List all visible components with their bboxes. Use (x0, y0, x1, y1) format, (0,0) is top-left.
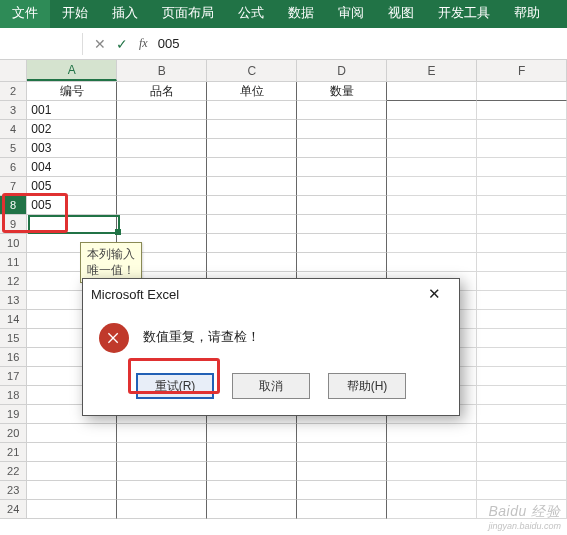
cell-E8[interactable] (387, 196, 477, 215)
ribbon-tab-layout[interactable]: 页面布局 (150, 0, 226, 28)
cell-B20[interactable] (117, 424, 207, 443)
row-head[interactable]: 9 (0, 215, 27, 234)
cell-F5[interactable] (477, 139, 567, 158)
ribbon-tab-home[interactable]: 开始 (50, 0, 100, 28)
cell-C21[interactable] (207, 443, 297, 462)
cell-E6[interactable] (387, 158, 477, 177)
cell-B9[interactable] (117, 215, 207, 234)
ribbon-tab-insert[interactable]: 插入 (100, 0, 150, 28)
cell-F23[interactable] (477, 481, 567, 500)
row-head[interactable]: 7 (0, 177, 27, 196)
cell-A21[interactable] (27, 443, 117, 462)
cell-E3[interactable] (387, 101, 477, 120)
cell-C24[interactable] (207, 500, 297, 519)
cell-C8[interactable] (207, 196, 297, 215)
cell-A22[interactable] (27, 462, 117, 481)
cell-F20[interactable] (477, 424, 567, 443)
cell-D21[interactable] (297, 443, 387, 462)
cell-F16[interactable] (477, 348, 567, 367)
row-head[interactable]: 20 (0, 424, 27, 443)
row-head[interactable]: 21 (0, 443, 27, 462)
cell-B5[interactable] (117, 139, 207, 158)
cell-F19[interactable] (477, 405, 567, 424)
row-head[interactable]: 8 (0, 196, 27, 215)
cell-B8[interactable] (117, 196, 207, 215)
col-head-C[interactable]: C (207, 60, 297, 81)
ribbon-tab-help[interactable]: 帮助 (502, 0, 552, 28)
cell-D9[interactable] (297, 215, 387, 234)
row-head[interactable]: 15 (0, 329, 27, 348)
cell-E21[interactable] (387, 443, 477, 462)
cell-C22[interactable] (207, 462, 297, 481)
col-head-E[interactable]: E (387, 60, 477, 81)
cell-F12[interactable] (477, 272, 567, 291)
cell-D8[interactable] (297, 196, 387, 215)
cell-E24[interactable] (387, 500, 477, 519)
cell-E5[interactable] (387, 139, 477, 158)
cell-D24[interactable] (297, 500, 387, 519)
row-head[interactable]: 22 (0, 462, 27, 481)
cell-C11[interactable] (207, 253, 297, 272)
cell-E20[interactable] (387, 424, 477, 443)
cell-B23[interactable] (117, 481, 207, 500)
row-head[interactable]: 19 (0, 405, 27, 424)
cell-D6[interactable] (297, 158, 387, 177)
cell-F3[interactable] (477, 101, 567, 120)
cell-A6[interactable]: 004 (27, 158, 117, 177)
col-head-B[interactable]: B (117, 60, 207, 81)
ribbon-tab-formulas[interactable]: 公式 (226, 0, 276, 28)
ribbon-tab-developer[interactable]: 开发工具 (426, 0, 502, 28)
cell-F22[interactable] (477, 462, 567, 481)
cell-D23[interactable] (297, 481, 387, 500)
cell-F21[interactable] (477, 443, 567, 462)
cell-D2[interactable]: 数量 (297, 82, 387, 101)
cell-A8[interactable]: 005 (27, 196, 117, 215)
cell-D5[interactable] (297, 139, 387, 158)
row-head[interactable]: 3 (0, 101, 27, 120)
row-head[interactable]: 13 (0, 291, 27, 310)
row-head[interactable]: 6 (0, 158, 27, 177)
retry-button[interactable]: 重试(R) (136, 373, 214, 399)
cell-A2[interactable]: 编号 (27, 82, 117, 101)
row-head[interactable]: 16 (0, 348, 27, 367)
cell-C6[interactable] (207, 158, 297, 177)
cell-F8[interactable] (477, 196, 567, 215)
cell-F4[interactable] (477, 120, 567, 139)
cell-D4[interactable] (297, 120, 387, 139)
row-head[interactable]: 23 (0, 481, 27, 500)
cell-F11[interactable] (477, 253, 567, 272)
cell-E23[interactable] (387, 481, 477, 500)
row-head[interactable]: 18 (0, 386, 27, 405)
ribbon-tab-review[interactable]: 审阅 (326, 0, 376, 28)
cell-F2[interactable] (477, 82, 567, 101)
cell-C7[interactable] (207, 177, 297, 196)
cell-D10[interactable] (297, 234, 387, 253)
cell-A3[interactable]: 001 (27, 101, 117, 120)
cell-F9[interactable] (477, 215, 567, 234)
cell-F18[interactable] (477, 386, 567, 405)
cell-F6[interactable] (477, 158, 567, 177)
cell-A23[interactable] (27, 481, 117, 500)
ribbon-tab-data[interactable]: 数据 (276, 0, 326, 28)
cell-E9[interactable] (387, 215, 477, 234)
row-head[interactable]: 11 (0, 253, 27, 272)
cell-C9[interactable] (207, 215, 297, 234)
cell-F14[interactable] (477, 310, 567, 329)
cell-A7[interactable]: 005 (27, 177, 117, 196)
cell-B22[interactable] (117, 462, 207, 481)
ribbon-tab-view[interactable]: 视图 (376, 0, 426, 28)
cell-C2[interactable]: 单位 (207, 82, 297, 101)
cell-B2[interactable]: 品名 (117, 82, 207, 101)
row-head[interactable]: 24 (0, 500, 27, 519)
col-head-D[interactable]: D (297, 60, 387, 81)
cell-F24[interactable] (477, 500, 567, 519)
cell-C3[interactable] (207, 101, 297, 120)
cell-C4[interactable] (207, 120, 297, 139)
cell-B4[interactable] (117, 120, 207, 139)
cell-F15[interactable] (477, 329, 567, 348)
help-button[interactable]: 帮助(H) (328, 373, 406, 399)
cell-D7[interactable] (297, 177, 387, 196)
cell-B21[interactable] (117, 443, 207, 462)
ribbon-tab-file[interactable]: 文件 (0, 0, 50, 28)
cell-B3[interactable] (117, 101, 207, 120)
